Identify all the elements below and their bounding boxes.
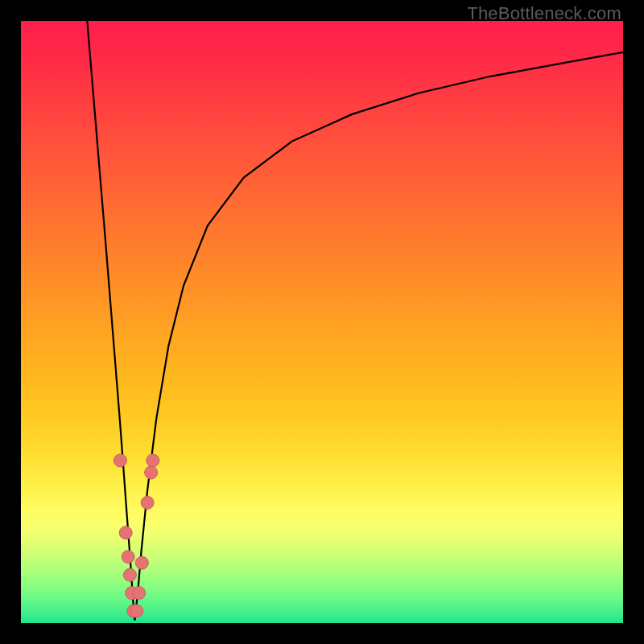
curve-marker	[130, 605, 143, 617]
curve-marker	[145, 466, 158, 479]
watermark-text: TheBottleneck.com	[467, 3, 621, 24]
curve-marker	[123, 568, 136, 581]
curve-marker	[141, 496, 154, 509]
plot-area	[21, 21, 623, 623]
curve-marker	[114, 454, 126, 467]
curve-marker	[122, 551, 134, 564]
curve-marker	[133, 587, 146, 600]
curve-marker	[135, 556, 148, 569]
curve-markers	[114, 454, 159, 617]
bottleneck-curve-svg	[21, 21, 623, 623]
chart-frame: TheBottleneck.com	[0, 0, 644, 644]
curve-marker	[147, 454, 159, 467]
curve-right-branch	[134, 52, 623, 620]
curve-marker	[119, 526, 132, 539]
